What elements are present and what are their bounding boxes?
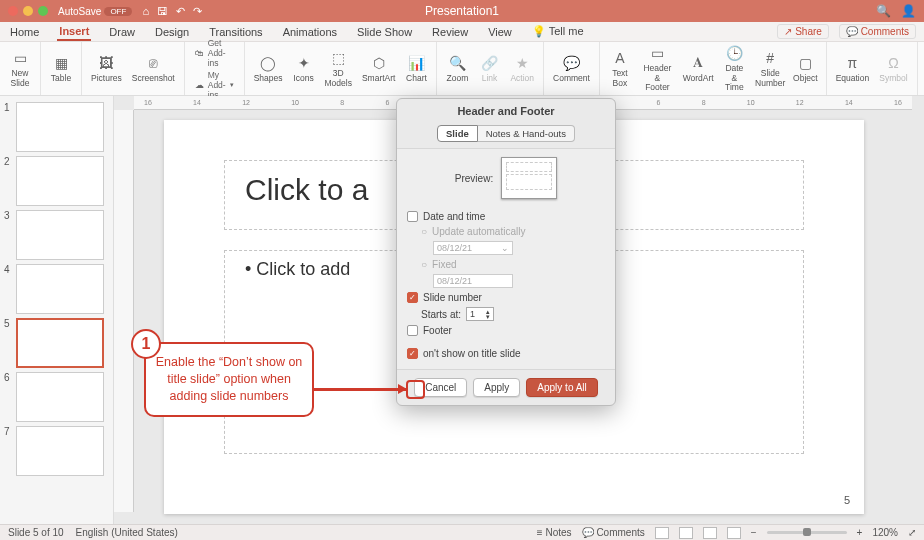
tab-draw[interactable]: Draw <box>107 24 137 40</box>
view-sorter-icon[interactable] <box>679 527 693 539</box>
footer-row[interactable]: Footer <box>407 323 605 338</box>
object-button[interactable]: ▢Object <box>791 52 820 85</box>
apply-button[interactable]: Apply <box>473 378 520 397</box>
fit-to-window-icon[interactable]: ⤢ <box>908 527 916 538</box>
screenshot-button[interactable]: ⎚Screenshot <box>129 52 178 85</box>
chart-button[interactable]: 📊Chart <box>402 52 430 85</box>
3d-models-button[interactable]: ⬚3D Models <box>322 47 355 90</box>
minimize-icon[interactable] <box>23 6 33 16</box>
new-slide-button[interactable]: ▭New Slide <box>6 47 34 90</box>
table-button[interactable]: ▦Table <box>47 52 75 85</box>
action-button[interactable]: ★Action <box>507 52 537 85</box>
maximize-icon[interactable] <box>38 6 48 16</box>
equation-button[interactable]: πEquation <box>833 52 873 85</box>
zoom-out-icon[interactable]: − <box>751 527 757 538</box>
redo-icon[interactable]: ↷ <box>193 5 202 18</box>
thumb-1[interactable]: 1 <box>0 100 113 154</box>
document-title: Presentation1 <box>425 4 499 18</box>
comment-button[interactable]: 💬Comment <box>550 52 593 85</box>
autosave-label: AutoSave <box>58 6 101 17</box>
fixed-row: ○Fixed <box>407 257 605 272</box>
icons-button[interactable]: ✦Icons <box>290 52 318 85</box>
starts-at-row: Starts at: 1▴▾ <box>407 305 605 323</box>
header-footer-button[interactable]: ▭Header & Footer <box>638 42 677 94</box>
annotation-number: 1 <box>131 329 161 359</box>
tab-home[interactable]: Home <box>8 24 41 40</box>
link-button[interactable]: 🔗Link <box>475 52 503 85</box>
slide-number-button[interactable]: #Slide Number <box>753 47 787 90</box>
dialog-tab-slide[interactable]: Slide <box>437 125 478 142</box>
slide-number-row[interactable]: ✓Slide number <box>407 290 605 305</box>
user-icon[interactable]: 👤 <box>901 4 916 18</box>
close-icon[interactable] <box>8 6 18 16</box>
preview-thumbnail <box>501 157 557 199</box>
quick-access-toolbar: ⌂ 🖫 ↶ ↷ <box>142 5 202 18</box>
footer-check[interactable] <box>407 325 418 336</box>
comments-pane-button[interactable]: 💬 Comments <box>582 527 645 538</box>
thumb-5[interactable]: 5 <box>0 316 113 370</box>
tab-review[interactable]: Review <box>430 24 470 40</box>
dont-show-check[interactable]: ✓ <box>407 348 418 359</box>
ribbon: ▭New Slide ▦Table 🖼Pictures ⎚Screenshot … <box>0 42 924 96</box>
annotation-arrow <box>314 388 406 391</box>
zoom-in-icon[interactable]: + <box>857 527 863 538</box>
home-icon[interactable]: ⌂ <box>142 5 149 18</box>
tab-tellme[interactable]: 💡 Tell me <box>530 23 586 40</box>
tab-animations[interactable]: Animations <box>281 24 339 40</box>
slide-thumbnails[interactable]: 1 2 3 4 5 6 7 <box>0 96 114 524</box>
undo-icon[interactable]: ↶ <box>176 5 185 18</box>
shapes-button[interactable]: ◯Shapes <box>251 52 286 85</box>
tab-view[interactable]: View <box>486 24 514 40</box>
view-reading-icon[interactable] <box>703 527 717 539</box>
notes-button[interactable]: ≡ Notes <box>537 527 572 538</box>
get-addins-button[interactable]: 🛍Get Add-ins <box>195 38 234 68</box>
wordart-button[interactable]: 𝐀WordArt <box>681 52 716 85</box>
status-slide: Slide 5 of 10 <box>8 527 64 538</box>
zoom-button[interactable]: 🔍Zoom <box>443 52 471 85</box>
comments-button[interactable]: 💬 Comments <box>839 24 916 39</box>
slide-page-number: 5 <box>844 494 850 506</box>
save-icon[interactable]: 🖫 <box>157 5 168 18</box>
smartart-button[interactable]: ⬡SmartArt <box>359 52 399 85</box>
tab-slideshow[interactable]: Slide Show <box>355 24 414 40</box>
view-slideshow-icon[interactable] <box>727 527 741 539</box>
starts-at-stepper[interactable]: 1▴▾ <box>466 307 494 321</box>
my-addins-button[interactable]: ☁My Add-ins▾ <box>195 70 234 100</box>
preview-label: Preview: <box>455 173 493 184</box>
ribbon-tabs: Home Insert Draw Design Transitions Anim… <box>0 22 924 42</box>
pictures-button[interactable]: 🖼Pictures <box>88 52 125 85</box>
date-time-button[interactable]: 🕒Date & Time <box>719 42 749 94</box>
zoom-slider[interactable] <box>767 531 847 534</box>
thumb-3[interactable]: 3 <box>0 208 113 262</box>
autosave-toggle[interactable]: OFF <box>104 7 132 16</box>
thumb-7[interactable]: 7 <box>0 424 113 478</box>
share-button[interactable]: ↗ Share <box>777 24 828 39</box>
search-icon[interactable]: 🔍 <box>876 4 891 18</box>
view-normal-icon[interactable] <box>655 527 669 539</box>
thumb-6[interactable]: 6 <box>0 370 113 424</box>
window-controls <box>8 6 48 16</box>
annotation-text: Enable the “Don’t show on title slide” o… <box>154 354 304 405</box>
dialog-tab-notes[interactable]: Notes & Hand-outs <box>478 125 575 142</box>
text-box-button[interactable]: AText Box <box>606 47 634 90</box>
symbol-button[interactable]: ΩSymbol <box>876 52 910 85</box>
auto-date-field: 08/12/21⌄ <box>433 241 513 255</box>
slide-number-check[interactable]: ✓ <box>407 292 418 303</box>
apply-all-button[interactable]: Apply to All <box>526 378 597 397</box>
thumb-4[interactable]: 4 <box>0 262 113 316</box>
annotation-highlight <box>406 380 425 399</box>
date-time-check[interactable] <box>407 211 418 222</box>
annotation-callout: 1 Enable the “Don’t show on title slide”… <box>144 342 314 417</box>
ruler-vertical <box>114 110 134 512</box>
titlebar: AutoSave OFF ⌂ 🖫 ↶ ↷ Presentation1 🔍 👤 <box>0 0 924 22</box>
tab-design[interactable]: Design <box>153 24 191 40</box>
dialog-tabs: Slide Notes & Hand-outs <box>397 125 615 142</box>
fixed-date-field: 08/12/21 <box>433 274 513 288</box>
tab-insert[interactable]: Insert <box>57 23 91 41</box>
date-time-row[interactable]: Date and time <box>407 209 605 224</box>
zoom-level[interactable]: 120% <box>872 527 898 538</box>
thumb-2[interactable]: 2 <box>0 154 113 208</box>
status-language[interactable]: English (United States) <box>76 527 178 538</box>
dont-show-row[interactable]: ✓on't show on title slide <box>407 346 605 361</box>
header-footer-dialog: Header and Footer Slide Notes & Hand-out… <box>396 98 616 406</box>
